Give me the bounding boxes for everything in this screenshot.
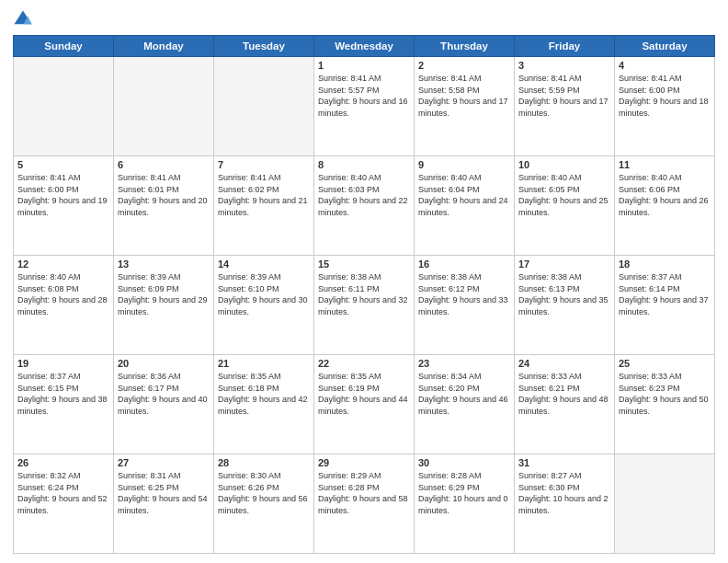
calendar-cell: 9Sunrise: 8:40 AM Sunset: 6:04 PM Daylig… xyxy=(415,156,515,256)
calendar-cell: 11Sunrise: 8:40 AM Sunset: 6:06 PM Dayli… xyxy=(615,156,715,256)
day-number: 3 xyxy=(518,60,610,71)
day-number: 27 xyxy=(118,457,210,468)
day-number: 30 xyxy=(418,457,510,468)
weekday-header-saturday: Saturday xyxy=(615,36,715,57)
calendar-cell: 31Sunrise: 8:27 AM Sunset: 6:30 PM Dayli… xyxy=(515,454,615,554)
day-number: 22 xyxy=(318,358,410,369)
calendar-cell xyxy=(14,57,114,156)
weekday-header-thursday: Thursday xyxy=(415,36,515,57)
day-info: Sunrise: 8:37 AM Sunset: 6:15 PM Dayligh… xyxy=(17,371,109,417)
day-number: 25 xyxy=(619,358,711,369)
weekday-header-sunday: Sunday xyxy=(14,36,114,57)
calendar-week-5: 26Sunrise: 8:32 AM Sunset: 6:24 PM Dayli… xyxy=(14,454,715,554)
calendar-cell: 10Sunrise: 8:40 AM Sunset: 6:05 PM Dayli… xyxy=(515,156,615,256)
weekday-header-monday: Monday xyxy=(114,36,214,57)
day-info: Sunrise: 8:41 AM Sunset: 6:00 PM Dayligh… xyxy=(619,73,711,119)
day-info: Sunrise: 8:36 AM Sunset: 6:17 PM Dayligh… xyxy=(118,371,210,417)
day-info: Sunrise: 8:35 AM Sunset: 6:19 PM Dayligh… xyxy=(318,371,410,417)
day-number: 31 xyxy=(518,457,610,468)
calendar-cell: 12Sunrise: 8:40 AM Sunset: 6:08 PM Dayli… xyxy=(14,256,114,355)
day-number: 28 xyxy=(218,457,310,468)
calendar-cell: 17Sunrise: 8:38 AM Sunset: 6:13 PM Dayli… xyxy=(515,256,615,355)
day-number: 10 xyxy=(518,159,610,170)
day-number: 18 xyxy=(619,259,711,270)
day-info: Sunrise: 8:41 AM Sunset: 6:00 PM Dayligh… xyxy=(17,172,109,218)
day-number: 20 xyxy=(118,358,210,369)
calendar-cell: 22Sunrise: 8:35 AM Sunset: 6:19 PM Dayli… xyxy=(314,355,415,454)
calendar-cell xyxy=(114,57,214,156)
calendar-cell: 27Sunrise: 8:31 AM Sunset: 6:25 PM Dayli… xyxy=(114,454,214,554)
day-number: 8 xyxy=(318,159,410,170)
day-number: 5 xyxy=(17,159,109,170)
day-info: Sunrise: 8:39 AM Sunset: 6:10 PM Dayligh… xyxy=(218,271,310,317)
calendar-cell: 15Sunrise: 8:38 AM Sunset: 6:11 PM Dayli… xyxy=(314,256,415,355)
logo xyxy=(13,9,37,29)
calendar-cell: 20Sunrise: 8:36 AM Sunset: 6:17 PM Dayli… xyxy=(114,355,214,454)
weekday-header-friday: Friday xyxy=(515,36,615,57)
day-number: 1 xyxy=(318,60,410,71)
calendar-cell: 24Sunrise: 8:33 AM Sunset: 6:21 PM Dayli… xyxy=(515,355,615,454)
weekday-header-wednesday: Wednesday xyxy=(314,36,415,57)
calendar-cell: 30Sunrise: 8:28 AM Sunset: 6:29 PM Dayli… xyxy=(415,454,515,554)
day-number: 12 xyxy=(17,259,109,270)
day-info: Sunrise: 8:29 AM Sunset: 6:28 PM Dayligh… xyxy=(318,470,410,516)
calendar-cell: 14Sunrise: 8:39 AM Sunset: 6:10 PM Dayli… xyxy=(214,256,314,355)
day-info: Sunrise: 8:27 AM Sunset: 6:30 PM Dayligh… xyxy=(518,470,610,516)
calendar-cell: 4Sunrise: 8:41 AM Sunset: 6:00 PM Daylig… xyxy=(615,57,715,156)
calendar-cell: 3Sunrise: 8:41 AM Sunset: 5:59 PM Daylig… xyxy=(515,57,615,156)
day-info: Sunrise: 8:38 AM Sunset: 6:13 PM Dayligh… xyxy=(518,271,610,317)
day-number: 23 xyxy=(418,358,510,369)
calendar-cell: 8Sunrise: 8:40 AM Sunset: 6:03 PM Daylig… xyxy=(314,156,415,256)
calendar-cell xyxy=(214,57,314,156)
calendar-cell: 19Sunrise: 8:37 AM Sunset: 6:15 PM Dayli… xyxy=(14,355,114,454)
calendar-cell: 21Sunrise: 8:35 AM Sunset: 6:18 PM Dayli… xyxy=(214,355,314,454)
calendar-cell: 2Sunrise: 8:41 AM Sunset: 5:58 PM Daylig… xyxy=(415,57,515,156)
day-number: 7 xyxy=(218,159,310,170)
day-info: Sunrise: 8:32 AM Sunset: 6:24 PM Dayligh… xyxy=(17,470,109,516)
day-info: Sunrise: 8:28 AM Sunset: 6:29 PM Dayligh… xyxy=(418,470,510,516)
day-info: Sunrise: 8:40 AM Sunset: 6:05 PM Dayligh… xyxy=(518,172,610,218)
calendar-week-1: 1Sunrise: 8:41 AM Sunset: 5:57 PM Daylig… xyxy=(14,57,715,156)
day-number: 29 xyxy=(318,457,410,468)
day-info: Sunrise: 8:40 AM Sunset: 6:03 PM Dayligh… xyxy=(318,172,410,218)
day-info: Sunrise: 8:39 AM Sunset: 6:09 PM Dayligh… xyxy=(118,271,210,317)
calendar-cell: 18Sunrise: 8:37 AM Sunset: 6:14 PM Dayli… xyxy=(615,256,715,355)
day-number: 14 xyxy=(218,259,310,270)
calendar-cell: 25Sunrise: 8:33 AM Sunset: 6:23 PM Dayli… xyxy=(615,355,715,454)
day-number: 21 xyxy=(218,358,310,369)
calendar-cell: 5Sunrise: 8:41 AM Sunset: 6:00 PM Daylig… xyxy=(14,156,114,256)
day-info: Sunrise: 8:33 AM Sunset: 6:23 PM Dayligh… xyxy=(619,371,711,417)
day-info: Sunrise: 8:38 AM Sunset: 6:12 PM Dayligh… xyxy=(418,271,510,317)
day-number: 6 xyxy=(118,159,210,170)
calendar-cell: 23Sunrise: 8:34 AM Sunset: 6:20 PM Dayli… xyxy=(415,355,515,454)
day-info: Sunrise: 8:41 AM Sunset: 5:57 PM Dayligh… xyxy=(318,73,410,119)
day-info: Sunrise: 8:41 AM Sunset: 6:01 PM Dayligh… xyxy=(118,172,210,218)
calendar-cell: 26Sunrise: 8:32 AM Sunset: 6:24 PM Dayli… xyxy=(14,454,114,554)
weekday-header-row: SundayMondayTuesdayWednesdayThursdayFrid… xyxy=(14,36,715,57)
day-info: Sunrise: 8:40 AM Sunset: 6:08 PM Dayligh… xyxy=(17,271,109,317)
day-info: Sunrise: 8:38 AM Sunset: 6:11 PM Dayligh… xyxy=(318,271,410,317)
day-number: 4 xyxy=(619,60,711,71)
calendar-cell: 28Sunrise: 8:30 AM Sunset: 6:26 PM Dayli… xyxy=(214,454,314,554)
day-number: 19 xyxy=(17,358,109,369)
day-info: Sunrise: 8:41 AM Sunset: 5:58 PM Dayligh… xyxy=(418,73,510,119)
day-number: 13 xyxy=(118,259,210,270)
logo-icon xyxy=(13,9,33,29)
calendar-cell: 16Sunrise: 8:38 AM Sunset: 6:12 PM Dayli… xyxy=(415,256,515,355)
day-info: Sunrise: 8:40 AM Sunset: 6:06 PM Dayligh… xyxy=(619,172,711,218)
calendar-table: SundayMondayTuesdayWednesdayThursdayFrid… xyxy=(13,35,715,554)
calendar-cell: 6Sunrise: 8:41 AM Sunset: 6:01 PM Daylig… xyxy=(114,156,214,256)
day-number: 15 xyxy=(318,259,410,270)
day-info: Sunrise: 8:41 AM Sunset: 5:59 PM Dayligh… xyxy=(518,73,610,119)
day-info: Sunrise: 8:33 AM Sunset: 6:21 PM Dayligh… xyxy=(518,371,610,417)
day-info: Sunrise: 8:31 AM Sunset: 6:25 PM Dayligh… xyxy=(118,470,210,516)
calendar-cell: 1Sunrise: 8:41 AM Sunset: 5:57 PM Daylig… xyxy=(314,57,415,156)
day-info: Sunrise: 8:30 AM Sunset: 6:26 PM Dayligh… xyxy=(218,470,310,516)
weekday-header-tuesday: Tuesday xyxy=(214,36,314,57)
calendar-cell: 29Sunrise: 8:29 AM Sunset: 6:28 PM Dayli… xyxy=(314,454,415,554)
calendar-week-2: 5Sunrise: 8:41 AM Sunset: 6:00 PM Daylig… xyxy=(14,156,715,256)
day-info: Sunrise: 8:35 AM Sunset: 6:18 PM Dayligh… xyxy=(218,371,310,417)
day-number: 16 xyxy=(418,259,510,270)
calendar-cell: 7Sunrise: 8:41 AM Sunset: 6:02 PM Daylig… xyxy=(214,156,314,256)
day-info: Sunrise: 8:34 AM Sunset: 6:20 PM Dayligh… xyxy=(418,371,510,417)
